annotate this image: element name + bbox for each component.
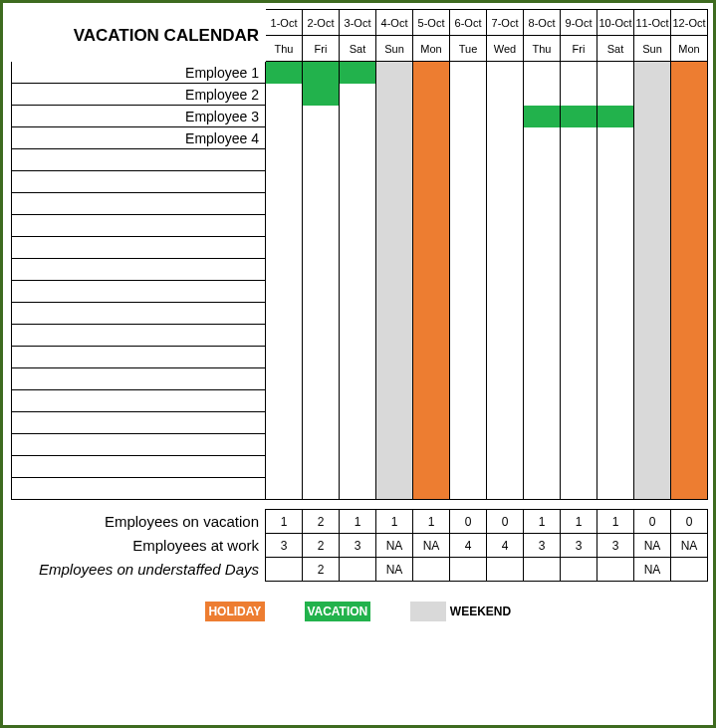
grid-cell (524, 347, 561, 368)
grid-cell (634, 237, 671, 259)
grid-cell (266, 325, 303, 347)
grid-cell (487, 149, 524, 171)
grid-cell (487, 368, 524, 390)
grid-cell (524, 478, 561, 500)
grid-cell (303, 303, 340, 325)
date-header: 8-Oct (524, 10, 561, 36)
grid-cell (561, 347, 597, 368)
grid-cell (413, 237, 450, 259)
grid-cell (487, 259, 524, 281)
grid-cell (413, 127, 450, 149)
date-header: 11-Oct (634, 10, 671, 36)
summary-cell (597, 558, 634, 582)
grid-cell (597, 127, 634, 149)
day-header: Fri (561, 36, 597, 62)
calendar-table: VACATION CALENDAR1-Oct2-Oct3-Oct4-Oct5-O… (11, 9, 708, 582)
grid-cell (303, 368, 340, 390)
grid-cell (450, 215, 487, 237)
date-header: 2-Oct (303, 10, 340, 36)
grid-cell (413, 84, 450, 106)
grid-cell (266, 193, 303, 215)
employee-label (12, 193, 266, 215)
grid-cell (524, 412, 561, 434)
employee-label (12, 456, 266, 478)
grid-cell (376, 390, 413, 412)
grid-cell (634, 215, 671, 237)
grid-cell (303, 259, 340, 281)
legend: HOLIDAY VACATION WEEKEND (11, 602, 705, 621)
grid-cell (450, 456, 487, 478)
employee-label (12, 434, 266, 456)
summary-cell (561, 558, 597, 582)
summary-cell: NA (634, 558, 671, 582)
day-header: Tue (450, 36, 487, 62)
grid-cell (413, 347, 450, 368)
summary-cell (524, 558, 561, 582)
grid-cell (303, 106, 340, 127)
grid-cell (561, 215, 597, 237)
grid-cell (450, 281, 487, 303)
grid-cell (266, 434, 303, 456)
grid-cell (303, 390, 340, 412)
grid-cell (634, 347, 671, 368)
grid-cell (634, 303, 671, 325)
grid-cell (524, 215, 561, 237)
grid-cell (376, 434, 413, 456)
day-header: Sat (340, 36, 376, 62)
employee-label (12, 171, 266, 193)
grid-cell (340, 62, 376, 84)
grid-cell (597, 259, 634, 281)
grid-cell (340, 171, 376, 193)
grid-cell (597, 412, 634, 434)
grid-cell (597, 347, 634, 368)
grid-cell (524, 127, 561, 149)
summary-cell: 1 (413, 510, 450, 534)
day-header: Mon (671, 36, 708, 62)
grid-cell (266, 127, 303, 149)
summary-cell: 1 (524, 510, 561, 534)
grid-cell (671, 434, 708, 456)
grid-cell (450, 171, 487, 193)
grid-cell (340, 259, 376, 281)
grid-cell (487, 127, 524, 149)
grid-cell (303, 412, 340, 434)
grid-cell (303, 347, 340, 368)
grid-cell (376, 478, 413, 500)
summary-label: Employees at work (12, 534, 266, 558)
grid-cell (266, 171, 303, 193)
grid-cell (376, 368, 413, 390)
grid-cell (671, 215, 708, 237)
employee-label (12, 281, 266, 303)
grid-cell (266, 62, 303, 84)
grid-cell (561, 237, 597, 259)
grid-cell (450, 84, 487, 106)
grid-cell (450, 368, 487, 390)
grid-cell (487, 237, 524, 259)
grid-cell (450, 127, 487, 149)
grid-cell (561, 259, 597, 281)
grid-cell (561, 127, 597, 149)
grid-cell (340, 390, 376, 412)
grid-cell (487, 347, 524, 368)
grid-cell (303, 171, 340, 193)
grid-cell (671, 347, 708, 368)
legend-vacation-label: VACATION (307, 605, 367, 618)
employee-label: Employee 3 (12, 106, 266, 127)
grid-cell (634, 62, 671, 84)
grid-cell (340, 325, 376, 347)
grid-cell (634, 84, 671, 106)
summary-cell (266, 558, 303, 582)
summary-cell: NA (376, 558, 413, 582)
employee-label (12, 259, 266, 281)
day-header: Wed (487, 36, 524, 62)
grid-cell (376, 84, 413, 106)
grid-cell (634, 478, 671, 500)
grid-cell (634, 259, 671, 281)
grid-cell (634, 412, 671, 434)
grid-cell (671, 171, 708, 193)
summary-cell: 1 (561, 510, 597, 534)
grid-cell (561, 106, 597, 127)
grid-cell (450, 259, 487, 281)
grid-cell (413, 106, 450, 127)
employee-label (12, 390, 266, 412)
